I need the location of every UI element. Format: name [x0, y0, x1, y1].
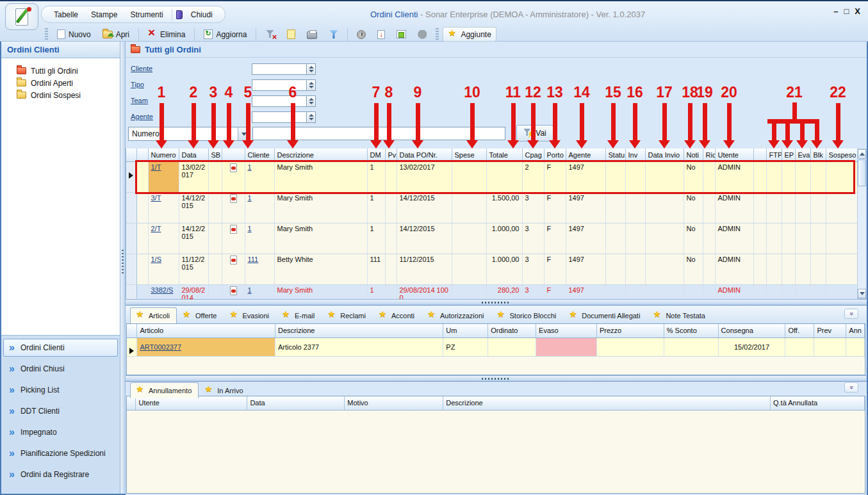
- menu-item-chiudi[interactable]: Chiudi: [186, 8, 217, 21]
- orders-col-ftp[interactable]: FTP: [766, 149, 782, 161]
- splitter-grip[interactable]: [482, 302, 510, 304]
- nav-item-ordini-chiusi[interactable]: »Ordini Chiusi: [3, 360, 118, 378]
- orders-col-eva[interactable]: Eva: [795, 149, 810, 161]
- orders-col-sb[interactable]: SB: [208, 149, 222, 161]
- orders-col-porto[interactable]: Porto: [544, 149, 566, 161]
- detail-tab-articoli[interactable]: Articoli: [130, 307, 177, 323]
- orders-link[interactable]: 2/T: [151, 225, 161, 232]
- cancellation-col-blank0[interactable]: [127, 396, 136, 410]
- orders-col-totale[interactable]: Totale: [486, 149, 522, 161]
- orders-col-statu[interactable]: Statu: [605, 149, 625, 161]
- splitter-grip[interactable]: [482, 378, 510, 380]
- articles-col-ann[interactable]: Ann: [846, 324, 865, 337]
- orders-link[interactable]: 3/T: [151, 194, 161, 202]
- minimize-button[interactable]: –: [833, 6, 838, 16]
- filter-icon-button[interactable]: [323, 27, 343, 42]
- orders-col-utente[interactable]: Utente: [715, 149, 753, 161]
- menu-item-strumenti[interactable]: Strumenti: [126, 8, 167, 21]
- filter-link-team[interactable]: Team: [131, 97, 148, 104]
- orders-col-ric[interactable]: Ric: [703, 149, 715, 161]
- stop-icon-button[interactable]: [413, 28, 432, 42]
- pdf-icon[interactable]: [230, 256, 237, 264]
- scroll-up-button[interactable]: [858, 149, 866, 159]
- orders-col-spese[interactable]: Spese: [452, 149, 486, 161]
- horizontal-splitter-1[interactable]: [126, 299, 867, 305]
- filter-link-agente[interactable]: Agente: [131, 113, 153, 120]
- vertical-splitter[interactable]: [120, 42, 126, 494]
- combo-dropdown-button[interactable]: [238, 127, 249, 140]
- articles-col-um[interactable]: Um: [443, 324, 488, 337]
- search-field-combo[interactable]: Numero: [128, 127, 250, 141]
- collapse-detail-button[interactable]: »: [844, 309, 858, 319]
- detail-tab-note-testata[interactable]: Note Testata: [647, 307, 712, 323]
- export-document-icon-button[interactable]: [372, 28, 390, 42]
- toolbar-grip[interactable]: [436, 28, 439, 41]
- cliente-spinner[interactable]: [307, 63, 316, 75]
- articles-row[interactable]: ART0002377Articolo 2377PZ15/02/2017: [127, 337, 865, 356]
- orders-col-descrizione[interactable]: Descrizione: [274, 149, 367, 161]
- maximize-button[interactable]: □: [844, 6, 849, 16]
- nav-item-pianificazione-spedizioni[interactable]: »Pianificazione Spedizioni: [3, 444, 118, 462]
- orders-col-blank0[interactable]: [126, 149, 136, 161]
- orders-link[interactable]: 1/S: [151, 256, 162, 263]
- orders-link[interactable]: 1: [248, 225, 252, 232]
- spin-down-icon[interactable]: [309, 70, 314, 72]
- collapse-bottom-button[interactable]: »: [844, 382, 858, 393]
- tipo-spinner[interactable]: [307, 79, 316, 91]
- pdf-icon[interactable]: [230, 163, 237, 172]
- cliente-filter-input[interactable]: [252, 63, 307, 75]
- detail-tab-offerte[interactable]: Offerte: [177, 307, 224, 323]
- orders-row[interactable]: 1/S11/12/2015111Betty White11111/12/2015…: [126, 254, 857, 284]
- filter-link-cliente[interactable]: Cliente: [131, 65, 152, 72]
- orders-row[interactable]: 3382/S29/08/20141Mary Smith129/08/2014 1…: [126, 284, 857, 299]
- articles-col-articolo[interactable]: Articolo: [137, 324, 275, 337]
- apri-button[interactable]: Apri: [97, 28, 135, 42]
- orders-col-data-invio[interactable]: Data Invio: [645, 149, 684, 161]
- blank-document-icon-button[interactable]: [282, 27, 300, 42]
- orders-col-blank5[interactable]: [222, 149, 245, 161]
- splitter-grip[interactable]: [122, 250, 124, 275]
- nav-item-ordini-da-registrare[interactable]: »Ordini da Registrare: [3, 466, 118, 483]
- vai-button[interactable]: Vai: [516, 125, 553, 142]
- nav-item-picking-list[interactable]: »Picking List: [3, 381, 118, 399]
- orders-col-cpag[interactable]: Cpag: [522, 149, 544, 161]
- filter-remove-icon-button[interactable]: [260, 27, 281, 42]
- nav-item-impegnato[interactable]: »Impegnato: [3, 423, 118, 441]
- detail-tab-autorizzazioni[interactable]: Autorizzazioni: [422, 307, 491, 323]
- history-icon-button[interactable]: [352, 28, 371, 42]
- spin-down-icon[interactable]: [309, 118, 314, 120]
- cancellation-col-descrizione[interactable]: Descrizione: [443, 396, 771, 410]
- articles-link[interactable]: ART0002377: [140, 343, 181, 351]
- articles-col-evaso[interactable]: Evaso: [536, 324, 597, 337]
- tree-item-tutti-gli-ordini[interactable]: Tutti gli Ordini: [1, 65, 120, 77]
- orders-col-cliente[interactable]: Cliente: [245, 149, 274, 161]
- pdf-icon[interactable]: [230, 225, 237, 234]
- articles-col-prezzo[interactable]: Prezzo: [596, 324, 664, 337]
- articles-col-prev[interactable]: Prev: [814, 324, 846, 337]
- spin-up-icon[interactable]: [309, 66, 314, 69]
- articles-col-blank0[interactable]: [127, 324, 137, 337]
- orders-col-data[interactable]: Data: [179, 149, 208, 161]
- orders-scrollbar[interactable]: [857, 149, 867, 299]
- app-logo-icon[interactable]: [5, 3, 38, 30]
- articles-col-descrizione[interactable]: Descrizione: [275, 324, 443, 337]
- orders-row[interactable]: 3/T14/12/20151Mary Smith114/12/20151.500…: [126, 192, 857, 223]
- detail-tab-acconti[interactable]: Acconti: [373, 307, 422, 323]
- bottom-tab-annullamento[interactable]: Annullamento: [130, 382, 199, 398]
- pdf-icon[interactable]: [230, 286, 237, 295]
- menu-item-stampe[interactable]: Stampe: [86, 8, 122, 21]
- nav-item-ddt-clienti[interactable]: »DDT Clienti: [3, 402, 118, 420]
- orders-link[interactable]: 3382/S: [151, 286, 174, 294]
- toolbar-grip[interactable]: [45, 28, 48, 41]
- orders-col-numero[interactable]: Numero: [148, 149, 179, 161]
- articles-col-ordinato[interactable]: Ordinato: [488, 324, 536, 337]
- articles-col-off[interactable]: Off.: [785, 324, 814, 337]
- team-filter-input[interactable]: [252, 95, 307, 107]
- orders-col-dm[interactable]: DM: [367, 149, 385, 161]
- orders-col-blank1[interactable]: [136, 149, 148, 161]
- cancellation-col-q-t-annullata[interactable]: Q.tà Annullata: [770, 396, 864, 410]
- menu-item-tabelle[interactable]: Tabelle: [49, 8, 83, 21]
- orders-row[interactable]: 2/T14/12/20151Mary Smith114/12/20151.000…: [126, 223, 857, 254]
- orders-row[interactable]: 1/T13/02/20171Mary Smith113/02/20172F149…: [126, 161, 857, 192]
- print-icon-button[interactable]: [302, 28, 322, 42]
